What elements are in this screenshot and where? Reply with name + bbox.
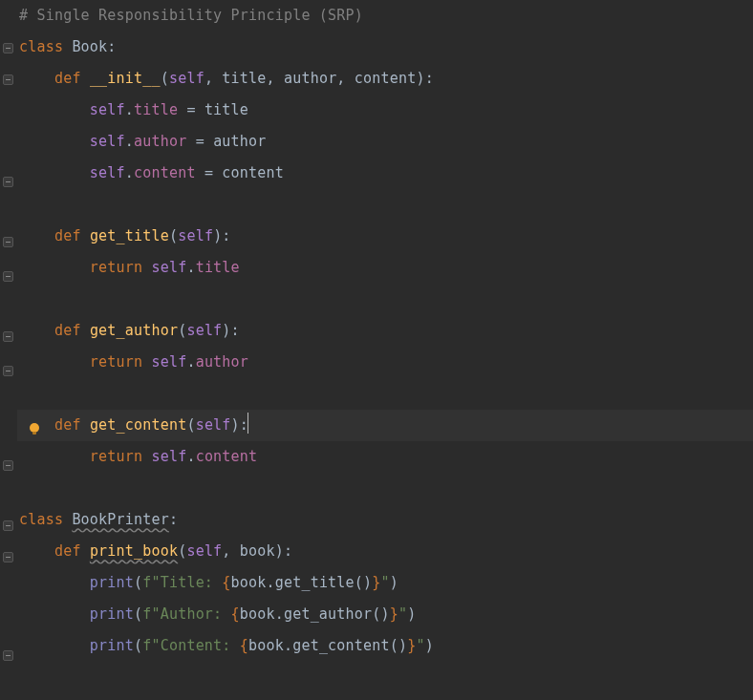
code-line[interactable]: self.author = author [19, 126, 753, 158]
code-line[interactable]: class BookPrinter: [19, 504, 753, 536]
code-line[interactable]: def get_title(self): [19, 221, 753, 252]
fold-icon[interactable] [3, 331, 13, 342]
indent [19, 133, 90, 150]
punct-token: ( [186, 416, 195, 434]
punct-token: . [186, 448, 195, 465]
punct-token: = [186, 133, 213, 150]
builtin-token: print [90, 637, 134, 654]
fold-icon[interactable] [3, 74, 13, 85]
keyword-token: class [19, 38, 72, 55]
code-line-current[interactable]: def get_content(self): [19, 410, 753, 441]
fold-icon[interactable] [3, 366, 13, 376]
code-line[interactable] [19, 378, 753, 410]
expr-token: book.get_content() [248, 637, 407, 654]
function-name: get_content [90, 416, 187, 434]
code-line[interactable]: return self.content [19, 441, 753, 473]
keyword-token: def [54, 416, 90, 434]
punct-token: ( [134, 574, 142, 591]
self-token: self [196, 416, 231, 434]
keyword-token: def [54, 542, 90, 560]
self-token: self [186, 542, 222, 560]
code-line[interactable] [19, 189, 753, 221]
code-line[interactable]: class Book: [19, 32, 753, 63]
punct-token: ): [416, 70, 433, 87]
function-name: get_title [90, 227, 169, 244]
function-name: __init__ [90, 70, 161, 87]
fstring-brace: } [390, 605, 398, 623]
self-token: self [90, 164, 125, 181]
code-line[interactable] [19, 662, 753, 693]
ident-token: title [204, 101, 248, 118]
fstring-brace: { [240, 637, 248, 654]
indent [19, 259, 90, 276]
punct-token: . [125, 101, 134, 118]
attr-token: content [134, 164, 196, 181]
punct-token: ( [169, 227, 178, 244]
editor-gutter [0, 0, 17, 700]
fold-icon[interactable] [3, 460, 13, 471]
fold-icon[interactable] [3, 650, 13, 661]
string-token: " [416, 637, 424, 654]
code-line[interactable]: def get_author(self): [19, 315, 753, 347]
punct-token: ) [390, 574, 398, 591]
punct-token: ( [134, 605, 142, 623]
fold-icon[interactable] [3, 237, 13, 247]
code-area[interactable]: # Single Responsibility Principle (SRP) … [17, 0, 753, 700]
self-token: self [151, 259, 186, 276]
code-line[interactable]: def __init__(self, title, author, conten… [19, 63, 753, 95]
fold-icon[interactable] [3, 177, 13, 187]
indent [19, 605, 90, 623]
self-token: self [151, 353, 186, 371]
fold-icon[interactable] [3, 552, 13, 562]
code-line[interactable]: print(f"Author: {book.get_author()}") [19, 599, 753, 630]
code-line[interactable]: return self.author [19, 347, 753, 378]
fstring-brace: } [372, 574, 380, 591]
indent [19, 322, 54, 339]
fstring-brace: { [231, 605, 240, 623]
fold-icon[interactable] [3, 271, 13, 282]
string-token: " [381, 574, 390, 591]
attr-token: author [196, 353, 248, 371]
punct-token: ( [161, 70, 169, 87]
indent [19, 448, 90, 465]
code-line[interactable] [19, 473, 753, 504]
fold-icon[interactable] [3, 520, 13, 531]
code-line[interactable]: def print_book(self, book): [19, 536, 753, 567]
keyword-token: def [54, 70, 90, 87]
code-line[interactable]: return self.title [19, 252, 753, 284]
indent [19, 574, 90, 591]
punct-token: . [186, 259, 195, 276]
code-line[interactable]: print(f"Content: {book.get_content()}") [19, 630, 753, 662]
code-line[interactable]: self.title = title [19, 95, 753, 126]
params: , title, author, content [204, 70, 417, 87]
indent [19, 101, 90, 118]
keyword-token: class [19, 511, 72, 528]
code-line[interactable] [19, 284, 753, 315]
attr-token: title [134, 101, 178, 118]
builtin-token: print [90, 574, 134, 591]
punct-token: ): [231, 416, 248, 434]
string-token: "Content: [151, 637, 239, 654]
punct-token: ): [213, 227, 230, 244]
keyword-token: return [90, 353, 152, 371]
code-line[interactable]: print(f"Title: {book.get_title()}") [19, 567, 753, 599]
attr-token: author [134, 133, 186, 150]
expr-token: book.get_author() [240, 605, 390, 623]
attr-token: content [196, 448, 258, 465]
ident-token: author [213, 133, 266, 150]
code-line[interactable]: self.content = content [19, 158, 753, 189]
self-token: self [186, 322, 222, 339]
self-token: self [90, 133, 125, 150]
code-line[interactable]: # Single Responsibility Principle (SRP) [19, 0, 753, 32]
indent [19, 637, 90, 654]
self-token: self [151, 448, 186, 465]
function-name: print_book [90, 542, 178, 560]
svg-rect-1 [32, 432, 36, 435]
self-token: self [90, 101, 125, 118]
fold-icon[interactable] [3, 43, 13, 53]
caret-icon [247, 413, 248, 434]
intention-bulb-icon[interactable] [27, 416, 42, 432]
punct-token: ): [222, 322, 239, 339]
code-editor[interactable]: # Single Responsibility Principle (SRP) … [0, 0, 753, 700]
class-name: BookPrinter [72, 511, 169, 528]
